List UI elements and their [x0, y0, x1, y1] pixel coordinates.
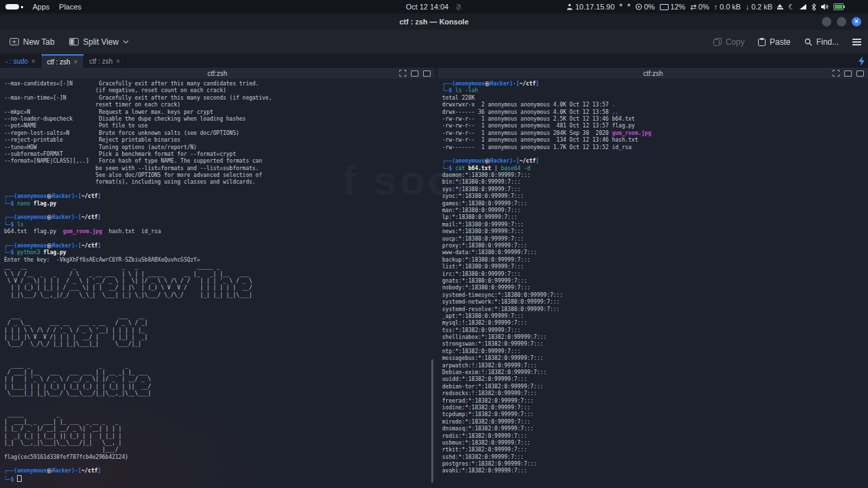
- terminal-output-left[interactable]: --max-candidates=[-]N Gracefully exit af…: [0, 79, 435, 482]
- tray-asterisk-icon-2[interactable]: *: [627, 3, 631, 10]
- download-indicator[interactable]: ↓ 0.2 kB: [745, 3, 772, 11]
- cpu-indicator[interactable]: 0%: [635, 3, 655, 11]
- terminal-line: [4, 299, 435, 306]
- distro-menu-logo[interactable]: [5, 4, 23, 9]
- pane-monitor-icon-1[interactable]: [411, 70, 418, 77]
- wifi-signal-icon[interactable]: [800, 4, 806, 9]
- split-view-label: Split View: [83, 37, 118, 47]
- terminal-line: _____ _: [4, 411, 435, 418]
- split-view-button[interactable]: Split View: [69, 37, 128, 47]
- upload-indicator[interactable]: ↑ 0.0 kB: [714, 3, 741, 11]
- terminal-line: [4, 207, 435, 214]
- find-button[interactable]: Find...: [804, 37, 839, 47]
- terminal-line: uuidd:*:18382:0:99999:7:::: [442, 376, 868, 383]
- terminal-line: | | | \ \ /\ / / '_ \ / _ \ '__| | | | |…: [4, 327, 435, 334]
- terminal-line: Debian-exim:!:18382:0:99999:7:::: [442, 369, 868, 376]
- terminal-line: gnats:*:18380:0:99999:7:::: [442, 278, 868, 285]
- copy-button[interactable]: Copy: [713, 37, 745, 47]
- terminal-line: uucp:*:18380:0:99999:7:::: [442, 236, 868, 243]
- terminal-line: flag{cec59161d338fef787fcb4e296b42124}: [4, 454, 435, 461]
- bluetooth-icon[interactable]: [811, 3, 816, 11]
- chevron-down-icon: [123, 40, 129, 44]
- terminal-line: ┌──(anonymous㉿Hacker)-[~/ctf]: [442, 81, 868, 87]
- quick-commands-bolt-icon[interactable]: [859, 56, 865, 66]
- terminal-line: --reject-printable Reject printable bina…: [4, 137, 435, 144]
- terminal-line: --no-loader-dupecheck Disable the dupe c…: [4, 116, 435, 123]
- pane-header-right[interactable]: ctf:zsh: [438, 68, 868, 79]
- terminal-line: postgres:*:18382:0:99999:7:::: [442, 461, 868, 468]
- tab-ctf-zsh-active[interactable]: ctf : zsh ×: [41, 54, 83, 68]
- maximize-button[interactable]: [837, 17, 846, 26]
- terminal-line: --pot=NAME Pot file to use: [4, 123, 435, 129]
- terminal-line: list:*:18380:0:99999:7:::: [442, 264, 868, 270]
- terminal-pane-right[interactable]: ctf:zsh ┌──(anonymous㉿Hacker)-[~/ctf]└─$…: [438, 68, 868, 488]
- terminal-line: -rw-rw-r-- 1 anonymous anonymous 134 Oct…: [442, 137, 868, 144]
- terminal-line: format(s), including using classes and w…: [4, 179, 435, 186]
- terminal-line: / ___| |__ ___ ___ ___ | | __ _| |_ ___: [4, 369, 435, 376]
- tab-sudo[interactable]: - : sudo ×: [0, 54, 41, 68]
- paste-button[interactable]: Paste: [758, 37, 791, 47]
- cpu-gauge-icon: [635, 3, 642, 10]
- terminal-line: systemd-resolve:*:18380:0:99999:7:::: [442, 306, 868, 313]
- menu-apps[interactable]: Apps: [33, 3, 50, 11]
- terminal-line: \ \ / /__ _ _ / \ _ __ ___ | \ | | _____…: [4, 271, 435, 278]
- tray-asterisk-icon-1[interactable]: *: [619, 3, 623, 10]
- terminal-line: -rw------- 1 anonymous anonymous 1.7K Oc…: [442, 144, 868, 151]
- clock[interactable]: Oct 12 14:04: [406, 3, 449, 11]
- new-tab-label: New Tab: [23, 37, 54, 47]
- tab-ctf-zsh-2[interactable]: ctf : zsh ×: [84, 54, 126, 68]
- pane-monitor-icon-2[interactable]: [423, 70, 431, 77]
- logo-dot-icon: [21, 6, 23, 8]
- terminal-output-right[interactable]: ┌──(anonymous㉿Hacker)-[~/ctf]└─$ ls -lah…: [438, 79, 868, 475]
- terminal-line: \___/ \_/\_/ |_| |_|\___|_| \___/|_|: [4, 341, 435, 348]
- tab-close-icon[interactable]: ×: [116, 58, 120, 65]
- terminal-line: | |___| | | | (_) | (_| (_) | | (_| | ||…: [4, 384, 435, 390]
- tab-close-icon[interactable]: ×: [74, 58, 78, 66]
- terminal-line: [442, 151, 868, 158]
- terminal-line: reset timer on each crack): [4, 102, 435, 108]
- new-tab-button[interactable]: New Tab: [9, 37, 54, 47]
- scrollbar[interactable]: [431, 359, 433, 483]
- terminal-line: strongswan:*:18382:0:99999:7:::: [442, 341, 868, 348]
- terminal-line: mail:*:18380:0:99999:7:::: [442, 222, 868, 228]
- terminal-line: messagebus:*:18382:0:99999:7:::: [442, 355, 868, 362]
- terminal-line: [4, 461, 435, 468]
- eject-icon[interactable]: [777, 4, 783, 10]
- expand-pane-icon[interactable]: [399, 70, 406, 77]
- window-titlebar[interactable]: ctf : zsh — Konsole ×: [0, 14, 868, 30]
- terminal-line: arpwatch:!:18382:0:99999:7:::: [442, 363, 868, 369]
- terminal-line: rtkit:*:18382:0:99999:7:::: [442, 447, 868, 453]
- do-not-disturb-moon-icon[interactable]: ☾: [788, 3, 795, 12]
- menu-places[interactable]: Places: [59, 3, 81, 11]
- battery-icon[interactable]: [833, 3, 844, 10]
- desktop: Apps Places Oct 12 14:04 10.17.15.90 *: [0, 0, 868, 488]
- pane-header-left[interactable]: ctf:zsh: [0, 68, 435, 79]
- terminal-line: [4, 186, 435, 193]
- expand-pane-icon[interactable]: [833, 70, 840, 77]
- terminal-line: be seen with --list=formats and --list=s…: [4, 165, 435, 172]
- pane-monitor-icon-2[interactable]: [856, 70, 864, 77]
- close-button[interactable]: ×: [852, 17, 861, 26]
- terminal-line: | |_| |\ V V /| | | | __/ | | |_| | _|: [4, 334, 435, 341]
- notifications-muted-icon[interactable]: [456, 3, 462, 11]
- terminal-line: [4, 355, 435, 362]
- terminal-pane-left[interactable]: ctf:zsh --max-candidates=[-]N Gracefully…: [0, 68, 435, 488]
- network-load-value: 0%: [698, 3, 709, 11]
- network-load-indicator[interactable]: ⇄ 0%: [690, 3, 709, 12]
- terminal-line: ntp:*:18382:0:99999:7:::: [442, 348, 868, 355]
- terminal-line: tcpdump:*:18382:0:99999:7:::: [442, 411, 868, 418]
- volume-icon[interactable]: [821, 3, 829, 10]
- tab-close-icon[interactable]: ×: [31, 58, 35, 65]
- terminal-line: \ V / _ \| | | | / _ \ | '__/ _ \ | \| |…: [4, 278, 435, 285]
- terminal-line: --tune=HOW Tuning options (auto/report/N…: [4, 144, 435, 151]
- pane-monitor-icon-1[interactable]: [844, 70, 852, 77]
- memory-indicator[interactable]: 12%: [660, 3, 686, 11]
- menu-hamburger-icon[interactable]: [852, 37, 861, 47]
- terminal-line: |___/: [4, 447, 435, 453]
- vpn-ip-indicator[interactable]: 10.17.15.90: [566, 3, 614, 11]
- terminal-line: dnsmasq:*:18382:0:99999:7:::: [442, 426, 868, 432]
- terminal-line: -rw-rw-r-- 1 anonymous anonymous 2.5K Oc…: [442, 116, 868, 123]
- terminal-line: systemd-timesync:*:18380:0:99999:7:::: [442, 292, 868, 299]
- new-tab-icon: [9, 38, 19, 45]
- minimize-button[interactable]: [822, 17, 831, 26]
